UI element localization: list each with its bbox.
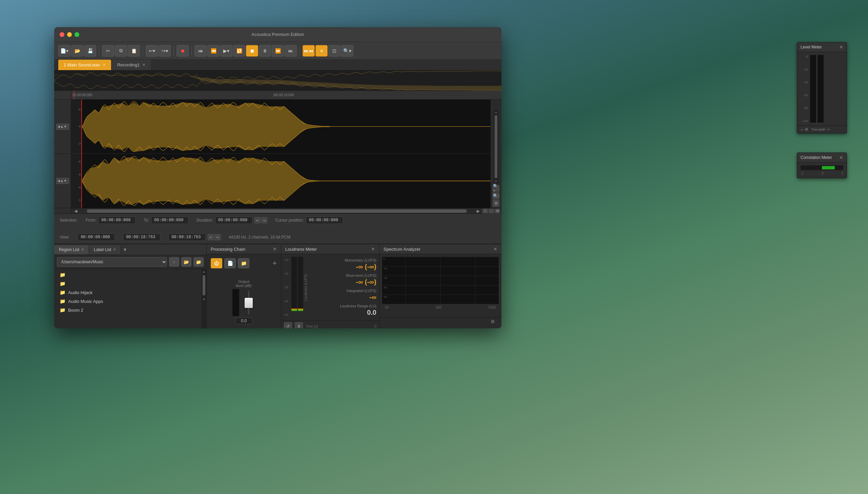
- fast-fwd-button[interactable]: ⏩: [272, 45, 284, 57]
- fader-handle[interactable]: [245, 298, 253, 308]
- folder-action-btn[interactable]: 📁: [193, 257, 204, 267]
- new-button[interactable]: 📄▾: [58, 45, 71, 57]
- file-item-audio-music-apps[interactable]: 📁 Audio Music Apps: [58, 297, 197, 306]
- output-value[interactable]: 0.0: [235, 318, 252, 324]
- to-field[interactable]: 00:00:00:000: [151, 216, 188, 224]
- correlation-labels: -1 0 1: [801, 171, 843, 175]
- maximize-button[interactable]: [75, 32, 79, 37]
- file-item-2[interactable]: 📁: [58, 279, 197, 288]
- waveform-overview[interactable]: // Generated in the SVG script tag - wil…: [54, 71, 501, 91]
- tab-label-close[interactable]: ✕: [113, 248, 116, 251]
- undo-button[interactable]: ↩▾: [146, 45, 158, 57]
- proc-add-btn[interactable]: +: [272, 259, 277, 268]
- file-vscroll[interactable]: ▲ ▼: [201, 269, 206, 328]
- zoom-out-button[interactable]: 🔍-: [493, 192, 499, 199]
- waveform-tracks[interactable]: [81, 100, 490, 208]
- crop-button[interactable]: ⊡: [328, 45, 341, 57]
- layers-button[interactable]: ≡: [315, 45, 328, 57]
- scrub-button[interactable]: ⏭⏮: [303, 45, 315, 57]
- loudness-reset-btn[interactable]: ↺: [284, 322, 292, 328]
- vscroll-up[interactable]: ▲: [494, 110, 498, 115]
- file-item-1[interactable]: 📁: [58, 270, 197, 279]
- minimize-button[interactable]: [67, 32, 72, 37]
- cut-button[interactable]: ✂: [102, 45, 114, 57]
- tab-dropdown-btn[interactable]: ▾: [121, 244, 129, 255]
- proc-power-btn[interactable]: ⏻: [211, 258, 222, 268]
- tab-recording1[interactable]: Recording1 ✕: [112, 60, 151, 70]
- fader-area: [232, 289, 255, 316]
- output-fader[interactable]: [242, 289, 255, 316]
- vscroll-down[interactable]: ▼: [494, 179, 498, 184]
- file-item-boom2[interactable]: 📁 Boom 2: [58, 306, 197, 315]
- play-button[interactable]: ▶▾: [220, 45, 232, 57]
- hscroll-bar[interactable]: ◀ ▶ + - ⚙: [71, 208, 501, 213]
- loop-button[interactable]: 🔁: [233, 45, 245, 57]
- file-scroll-down[interactable]: ▼: [201, 297, 206, 302]
- zoom-settings-btn[interactable]: ⚙: [495, 209, 500, 213]
- waveform-right-controls: ▲ ▼ 🔍+ 🔍- ⚙: [490, 100, 501, 208]
- copy-button[interactable]: ⧉: [115, 45, 127, 57]
- short-term-value: -∞ (-∞): [356, 278, 377, 286]
- from-field[interactable]: 00:00:00:000: [98, 216, 136, 224]
- zoom-bar-out-btn[interactable]: -: [488, 209, 494, 213]
- save-button[interactable]: 💾: [84, 45, 96, 57]
- vscroll[interactable]: ▲ ▼: [494, 110, 498, 184]
- spectrum-close[interactable]: ✕: [493, 246, 497, 252]
- processing-close[interactable]: ✕: [273, 246, 277, 252]
- tab-recording1-close[interactable]: ✕: [142, 63, 145, 67]
- rewind-button[interactable]: ⏪: [207, 45, 219, 57]
- ruler-time-mid: |00:00:10:000: [273, 93, 294, 97]
- duration-undo-btn[interactable]: ↩: [254, 217, 261, 223]
- duration-redo-btn[interactable]: ↪: [261, 217, 267, 223]
- hscroll-right-btn[interactable]: ▶: [475, 209, 481, 213]
- close-button[interactable]: [60, 32, 64, 37]
- hscroll-thumb[interactable]: [87, 209, 467, 213]
- zoom-tool-button[interactable]: ⚙: [493, 200, 499, 207]
- path-select[interactable]: /Users/macdown/Music: [57, 257, 167, 267]
- paste-button[interactable]: 📋: [128, 45, 140, 57]
- proc-folder-btn[interactable]: 📁: [238, 258, 249, 268]
- file-scroll-thumb[interactable]: [202, 275, 205, 296]
- folder-up-btn[interactable]: ↑: [169, 257, 179, 267]
- level-meter-close[interactable]: ✕: [839, 44, 843, 50]
- duration-field[interactable]: 00:00:00:000: [215, 216, 252, 224]
- spectrum-settings-btn[interactable]: ⚙: [490, 319, 499, 327]
- proc-file-btn[interactable]: 📄: [224, 258, 236, 268]
- correlation-bar-fill: [822, 166, 835, 169]
- cursor-field[interactable]: 00:00:00:000: [306, 216, 343, 224]
- vscroll-thumb[interactable]: [495, 115, 497, 178]
- file-item-audio-hijack[interactable]: 📁 Audio Hijack: [58, 288, 197, 297]
- pause-button[interactable]: ⏸: [259, 45, 271, 57]
- view-dur-field[interactable]: 00:00:18:763: [168, 233, 206, 241]
- to-start-button[interactable]: ⏮: [194, 45, 207, 57]
- view-redo-btn[interactable]: ↪: [214, 234, 220, 240]
- open-button[interactable]: 📂: [71, 45, 83, 57]
- view-undo-btn[interactable]: ↩: [208, 234, 214, 240]
- view-to-group: 00:00:18:763: [123, 233, 160, 241]
- stop-button[interactable]: ⏹: [246, 45, 258, 57]
- zoom-in-button[interactable]: 🔍+: [493, 185, 499, 192]
- zoom-button[interactable]: 🔍▾: [341, 45, 353, 57]
- view-from-field[interactable]: 00:00:00:000: [78, 233, 115, 241]
- tab-main-sound[interactable]: 1 Main Sound.wav ✕: [58, 60, 111, 70]
- loudness-pause-btn[interactable]: ⏸: [295, 322, 303, 328]
- loudness-title: Loudness Meter: [285, 247, 317, 252]
- tab-region-close[interactable]: ✕: [81, 248, 84, 251]
- tab-main-sound-close[interactable]: ✕: [103, 63, 106, 67]
- zoom-bar-in-btn[interactable]: +: [482, 209, 488, 213]
- meter-bar-left: [810, 55, 816, 123]
- loudness-close[interactable]: ✕: [371, 246, 375, 252]
- correlation-meter-close[interactable]: ✕: [839, 155, 843, 160]
- tab-label-list[interactable]: Label List ✕: [89, 245, 121, 254]
- hscroll-left-btn[interactable]: ◀: [73, 209, 79, 213]
- file-scroll-up[interactable]: ▲: [201, 269, 206, 274]
- track1-ctrl-btn[interactable]: ■ ▲▼: [56, 124, 69, 130]
- tab-region-list[interactable]: Region List ✕: [54, 245, 89, 254]
- redo-button[interactable]: ↪▾: [158, 45, 171, 57]
- record-button[interactable]: ⏺: [176, 45, 189, 57]
- folder-open-btn[interactable]: 📂: [181, 257, 191, 267]
- to-end-button[interactable]: ⏭: [285, 45, 297, 57]
- level-meter-settings-icon[interactable]: ⚙: [805, 127, 808, 132]
- view-to-field[interactable]: 00:00:18:763: [123, 233, 160, 241]
- track2-ctrl-btn[interactable]: ■ ▲▼: [56, 178, 69, 184]
